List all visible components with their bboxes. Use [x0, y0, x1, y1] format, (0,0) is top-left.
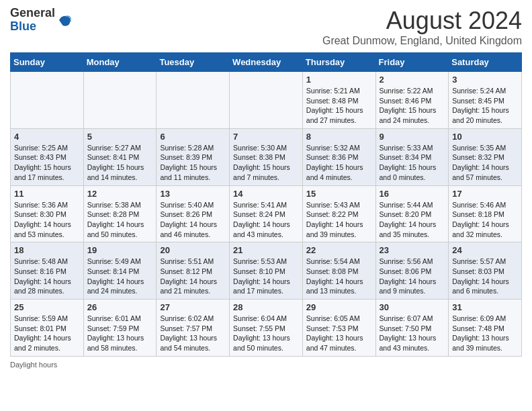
calendar-cell: 21Sunrise: 5:53 AM Sunset: 8:10 PM Dayli…	[230, 242, 303, 300]
day-number: 13	[160, 189, 226, 199]
day-number: 8	[306, 132, 372, 142]
day-number: 17	[452, 189, 518, 199]
day-number: 21	[233, 245, 299, 255]
day-info: Sunrise: 5:44 AM Sunset: 8:20 PM Dayligh…	[380, 200, 445, 240]
day-info: Sunrise: 6:07 AM Sunset: 7:50 PM Dayligh…	[380, 314, 445, 353]
calendar-cell: 23Sunrise: 5:56 AM Sunset: 8:06 PM Dayli…	[375, 242, 449, 300]
day-number: 22	[306, 245, 372, 255]
day-info: Sunrise: 5:35 AM Sunset: 8:32 PM Dayligh…	[452, 143, 518, 183]
day-info: Sunrise: 6:01 AM Sunset: 7:59 PM Dayligh…	[87, 314, 153, 353]
calendar-cell	[230, 72, 303, 129]
calendar-cell: 3Sunrise: 5:24 AM Sunset: 8:45 PM Daylig…	[449, 72, 522, 129]
calendar-cell: 17Sunrise: 5:46 AM Sunset: 8:18 PM Dayli…	[449, 185, 522, 242]
weekday-header: Thursday	[302, 53, 375, 72]
calendar-body: 1Sunrise: 5:21 AM Sunset: 8:48 PM Daylig…	[11, 72, 522, 357]
day-number: 9	[380, 132, 445, 142]
calendar-cell: 7Sunrise: 5:30 AM Sunset: 8:38 PM Daylig…	[230, 128, 303, 185]
footer: Daylight hours	[10, 361, 522, 369]
weekday-header: Friday	[375, 53, 449, 72]
day-number: 19	[87, 245, 153, 255]
day-info: Sunrise: 6:05 AM Sunset: 7:53 PM Dayligh…	[306, 314, 372, 353]
day-info: Sunrise: 5:48 AM Sunset: 8:16 PM Dayligh…	[14, 257, 80, 296]
day-info: Sunrise: 5:41 AM Sunset: 8:24 PM Dayligh…	[233, 200, 299, 240]
calendar-cell: 2Sunrise: 5:22 AM Sunset: 8:46 PM Daylig…	[375, 72, 449, 129]
day-number: 23	[380, 245, 445, 255]
day-info: Sunrise: 6:09 AM Sunset: 7:48 PM Dayligh…	[452, 314, 518, 353]
day-info: Sunrise: 5:54 AM Sunset: 8:08 PM Dayligh…	[306, 257, 372, 296]
calendar-cell: 28Sunrise: 6:04 AM Sunset: 7:55 PM Dayli…	[230, 300, 303, 357]
calendar-week-row: 4Sunrise: 5:25 AM Sunset: 8:43 PM Daylig…	[11, 128, 522, 185]
weekday-header: Tuesday	[157, 53, 230, 72]
day-info: Sunrise: 5:57 AM Sunset: 8:03 PM Dayligh…	[452, 257, 518, 296]
day-number: 31	[452, 302, 518, 312]
calendar-cell: 4Sunrise: 5:25 AM Sunset: 8:43 PM Daylig…	[11, 128, 84, 185]
calendar-cell: 1Sunrise: 5:21 AM Sunset: 8:48 PM Daylig…	[302, 72, 375, 129]
day-info: Sunrise: 5:46 AM Sunset: 8:18 PM Dayligh…	[452, 200, 518, 240]
weekday-header: Saturday	[449, 53, 522, 72]
calendar-cell: 5Sunrise: 5:27 AM Sunset: 8:41 PM Daylig…	[83, 128, 157, 185]
day-number: 2	[380, 75, 445, 85]
logo-general-text: General	[10, 6, 55, 19]
calendar-cell: 29Sunrise: 6:05 AM Sunset: 7:53 PM Dayli…	[302, 300, 375, 357]
day-number: 14	[233, 189, 299, 199]
logo-blue-text: Blue	[10, 19, 36, 33]
calendar-cell: 30Sunrise: 6:07 AM Sunset: 7:50 PM Dayli…	[375, 300, 449, 357]
day-info: Sunrise: 5:56 AM Sunset: 8:06 PM Dayligh…	[380, 257, 445, 296]
day-info: Sunrise: 6:04 AM Sunset: 7:55 PM Dayligh…	[233, 314, 299, 353]
calendar-cell: 19Sunrise: 5:49 AM Sunset: 8:14 PM Dayli…	[83, 242, 157, 300]
logo: General Blue	[10, 7, 73, 34]
calendar-cell: 22Sunrise: 5:54 AM Sunset: 8:08 PM Dayli…	[302, 242, 375, 300]
weekday-header: Sunday	[11, 53, 84, 72]
day-number: 4	[14, 132, 80, 142]
weekday-header: Wednesday	[230, 53, 303, 72]
day-info: Sunrise: 5:51 AM Sunset: 8:12 PM Dayligh…	[160, 257, 226, 296]
daylight-label: Daylight hours	[10, 361, 57, 369]
day-info: Sunrise: 5:30 AM Sunset: 8:38 PM Dayligh…	[233, 143, 299, 183]
day-info: Sunrise: 5:27 AM Sunset: 8:41 PM Dayligh…	[87, 143, 153, 183]
calendar-cell: 27Sunrise: 6:02 AM Sunset: 7:57 PM Dayli…	[157, 300, 230, 357]
calendar-cell: 24Sunrise: 5:57 AM Sunset: 8:03 PM Dayli…	[449, 242, 522, 300]
day-number: 28	[233, 302, 299, 312]
day-number: 11	[14, 189, 80, 199]
day-number: 1	[306, 75, 372, 85]
calendar-cell: 6Sunrise: 5:28 AM Sunset: 8:39 PM Daylig…	[157, 128, 230, 185]
day-info: Sunrise: 5:40 AM Sunset: 8:26 PM Dayligh…	[160, 200, 226, 240]
calendar-cell: 20Sunrise: 5:51 AM Sunset: 8:12 PM Dayli…	[157, 242, 230, 300]
weekday-row: SundayMondayTuesdayWednesdayThursdayFrid…	[11, 53, 522, 72]
calendar-cell: 25Sunrise: 5:59 AM Sunset: 8:01 PM Dayli…	[11, 300, 84, 357]
day-number: 16	[380, 189, 445, 199]
day-info: Sunrise: 5:49 AM Sunset: 8:14 PM Dayligh…	[87, 257, 153, 296]
month-title: August 2024	[322, 7, 522, 35]
day-info: Sunrise: 5:21 AM Sunset: 8:48 PM Dayligh…	[306, 86, 372, 126]
title-block: August 2024 Great Dunmow, England, Unite…	[322, 7, 522, 47]
calendar-cell: 9Sunrise: 5:33 AM Sunset: 8:34 PM Daylig…	[375, 128, 449, 185]
day-number: 15	[306, 189, 372, 199]
calendar-week-row: 1Sunrise: 5:21 AM Sunset: 8:48 PM Daylig…	[11, 72, 522, 129]
calendar-cell: 14Sunrise: 5:41 AM Sunset: 8:24 PM Dayli…	[230, 185, 303, 242]
day-info: Sunrise: 5:28 AM Sunset: 8:39 PM Dayligh…	[160, 143, 226, 183]
day-number: 29	[306, 302, 372, 312]
calendar-cell: 15Sunrise: 5:43 AM Sunset: 8:22 PM Dayli…	[302, 185, 375, 242]
day-number: 24	[452, 245, 518, 255]
location: Great Dunmow, England, United Kingdom	[322, 35, 522, 47]
day-number: 30	[380, 302, 445, 312]
calendar-cell	[11, 72, 84, 129]
day-info: Sunrise: 5:38 AM Sunset: 8:28 PM Dayligh…	[87, 200, 153, 240]
day-number: 12	[87, 189, 153, 199]
day-number: 25	[14, 302, 80, 312]
calendar-cell: 12Sunrise: 5:38 AM Sunset: 8:28 PM Dayli…	[83, 185, 157, 242]
calendar-cell: 18Sunrise: 5:48 AM Sunset: 8:16 PM Dayli…	[11, 242, 84, 300]
day-info: Sunrise: 5:24 AM Sunset: 8:45 PM Dayligh…	[452, 86, 518, 126]
calendar-cell: 10Sunrise: 5:35 AM Sunset: 8:32 PM Dayli…	[449, 128, 522, 185]
calendar-cell	[157, 72, 230, 129]
page-header: General Blue August 2024 Great Dunmow, E…	[10, 7, 522, 47]
calendar-cell	[83, 72, 157, 129]
calendar-cell: 8Sunrise: 5:32 AM Sunset: 8:36 PM Daylig…	[302, 128, 375, 185]
day-number: 26	[87, 302, 153, 312]
day-info: Sunrise: 5:33 AM Sunset: 8:34 PM Dayligh…	[380, 143, 445, 183]
day-info: Sunrise: 5:59 AM Sunset: 8:01 PM Dayligh…	[14, 314, 80, 353]
calendar-week-row: 25Sunrise: 5:59 AM Sunset: 8:01 PM Dayli…	[11, 300, 522, 357]
day-number: 6	[160, 132, 226, 142]
day-number: 20	[160, 245, 226, 255]
calendar-table: SundayMondayTuesdayWednesdayThursdayFrid…	[10, 52, 522, 357]
